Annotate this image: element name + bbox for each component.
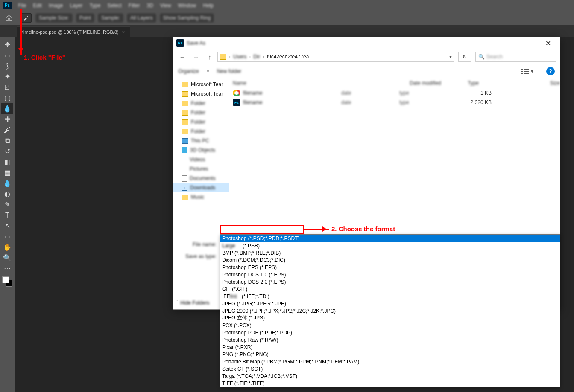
menu-layer[interactable]: Layer [66,3,86,9]
menu-select[interactable]: Select [104,3,125,9]
tool-frame[interactable]: ▢ [1,93,13,103]
option-field[interactable]: Point [76,14,94,22]
toolbox: ✥▭⟆✦⟀▢💧✚🖌⧉↺◧▦💧◐✎T↖▭✋🔍⋯ [0,37,15,392]
format-option[interactable]: JPEG 立体 (*.JPS) [220,314,560,322]
nav-item[interactable]: Downloads [173,183,229,192]
menu-edit[interactable]: Edit [29,3,45,9]
tool-hand[interactable]: ✋ [1,242,13,253]
document-tab-bar: timeline-psd.psd @ 100% (TIMELINE, RGB/8… [0,25,574,37]
format-option[interactable]: Photoshop EPS (*.EPS) [220,264,560,271]
address-bar[interactable]: › Users › Dir › f9c42ecb2fe477ea ▾ [217,52,454,62]
tool-brush[interactable]: 🖌 [1,125,13,135]
tool-eyedropper[interactable]: 💧 [1,103,13,114]
nav-item[interactable]: Folder [173,99,229,108]
nav-item[interactable]: Documents [173,174,229,183]
annotation-arrow-2 [304,229,329,230]
format-option[interactable]: BMP (*.BMP;*.RLE;*.DIB) [220,249,560,256]
breadcrumb-current[interactable]: f9c42ecb2fe477ea [267,54,309,60]
format-option[interactable]: PNG (*.PNG;*.PNG) [220,351,560,358]
tool-pen[interactable]: ✎ [1,199,13,210]
document-tab[interactable]: timeline-psd.psd @ 100% (TIMELINE, RGB/8… [17,26,130,37]
format-option[interactable]: TIFF (*.TIF;*.TIFF) [220,380,560,387]
menu-filter[interactable]: Filter [125,3,144,9]
tool-path[interactable]: ↖ [1,221,13,231]
nav-item[interactable]: Folder [173,108,229,117]
menu-image[interactable]: Image [45,3,66,9]
file-list-header[interactable]: Name ˆ Date modified Type Size [229,78,560,88]
ps-logo: Ps [3,2,12,9]
option-field[interactable]: Show Sampling Ring [160,14,214,22]
organize-button[interactable]: Organize [178,68,199,74]
format-label: Save as type: [177,253,220,259]
format-option[interactable]: Portable Bit Map (*.PBM;*.PGM;*.PPM;*.PN… [220,358,560,365]
tool-wand[interactable]: ✦ [1,71,13,82]
menu-help[interactable]: Help [199,3,217,9]
format-option[interactable]: PCX (*.PCX) [220,322,560,329]
menu-file[interactable]: File [15,3,29,9]
help-icon[interactable]: ? [546,67,555,75]
tool-dodge[interactable]: ◐ [1,189,13,199]
annotation-arrow-1 [20,9,22,55]
back-button[interactable]: ← [176,51,188,63]
file-list-pane[interactable]: Name ˆ Date modified Type Size filenamed… [229,78,560,236]
format-option[interactable]: Targa (*.TGA;*.VDA;*.ICB;*.VST) [220,372,560,380]
tool-eraser[interactable]: ◧ [1,157,13,167]
menu-type[interactable]: Type [86,3,104,9]
tool-move[interactable]: ✥ [1,39,13,50]
menu-window[interactable]: Window [175,3,200,9]
tool-lasso[interactable]: ⟆ [1,61,13,71]
format-option[interactable]: Pixar (*.PXR) [220,343,560,351]
tool-blur[interactable]: 💧 [1,178,13,189]
format-option[interactable]: Photoshop (*.PSD;*.PDD;*.PSDT) [220,235,560,242]
nav-item[interactable]: 3D Objects [173,145,229,155]
tool-rect[interactable]: ▭ [1,231,13,242]
format-option[interactable]: JPEG 2000 (*.JPF;*.JPX;*.JP2;*.J2C;*.J2K… [220,307,560,314]
home-icon[interactable] [3,12,15,23]
search-input[interactable]: 🔍Search [475,52,556,62]
nav-item[interactable]: Microsoft Tear [173,89,229,99]
format-option[interactable]: Large (*.PSB) [220,242,560,249]
new-folder-button[interactable]: New folder [217,68,241,74]
tool-type[interactable]: T [1,210,13,221]
format-option[interactable]: Photoshop PDF (*.PDF;*.PDP) [220,329,560,336]
close-tab-icon[interactable]: × [122,29,125,35]
format-dropdown[interactable]: Photoshop (*.PSD;*.PDD;*.PSDT)Large (*.P… [220,234,560,387]
format-option[interactable]: Scitex CT (*.SCT) [220,365,560,372]
tool-stamp[interactable]: ⧉ [1,135,13,146]
format-option[interactable]: IFF fmt (*.IFF;*.TDI) [220,293,560,300]
dialog-close-button[interactable]: ✕ [539,39,556,47]
format-option[interactable]: JPEG (*.JPG;*.JPEG;*.JPE) [220,300,560,307]
refresh-button[interactable]: ↻ [458,52,471,62]
menu-view[interactable]: View [157,3,175,9]
nav-item[interactable]: Videos [173,155,229,164]
format-option[interactable]: Photoshop DCS 1.0 (*.EPS) [220,271,560,278]
nav-item[interactable]: Pictures [173,164,229,174]
nav-item[interactable]: Music [173,192,229,202]
format-option[interactable]: Photoshop Raw (*.RAW) [220,336,560,343]
format-option[interactable]: GIF (*.GIF) [220,285,560,293]
folder-nav-pane[interactable]: Microsoft TearMicrosoft TearFolderFolder… [173,78,229,236]
nav-item[interactable]: This PC [173,136,229,145]
format-option[interactable]: Dicom (*.DCM;*.DC3;*.DIC) [220,256,560,264]
up-button[interactable]: ↑ [204,51,216,63]
tool-history[interactable]: ↺ [1,146,13,157]
option-field: Sample: [98,14,123,22]
tool-crop[interactable]: ⟀ [1,82,13,93]
color-swatches[interactable] [2,276,12,287]
nav-item[interactable]: Microsoft Tear [173,80,229,89]
file-row[interactable]: filenamedatetype1 KB [229,88,560,98]
tool-zoom[interactable]: 🔍 [1,253,13,263]
file-row[interactable]: Psfilenamedatetype2,320 KB [229,98,560,107]
tool-gradient[interactable]: ▦ [1,167,13,178]
dialog-toolbar: Organize ▾ New folder ▾ ? [173,64,560,78]
svg-rect-3 [524,71,529,72]
nav-item[interactable]: Folder [173,127,229,136]
view-mode-button[interactable]: ▾ [521,68,533,74]
format-option[interactable]: Photoshop DCS 2.0 (*.EPS) [220,278,560,285]
menu-3d[interactable]: 3D [143,3,156,9]
tool-patch[interactable]: ✚ [1,114,13,125]
option-field[interactable]: All Layers [127,14,156,22]
tool-marquee[interactable]: ▭ [1,50,13,61]
nav-item[interactable]: Folder [173,117,229,127]
tool-more[interactable]: ⋯ [1,263,13,274]
